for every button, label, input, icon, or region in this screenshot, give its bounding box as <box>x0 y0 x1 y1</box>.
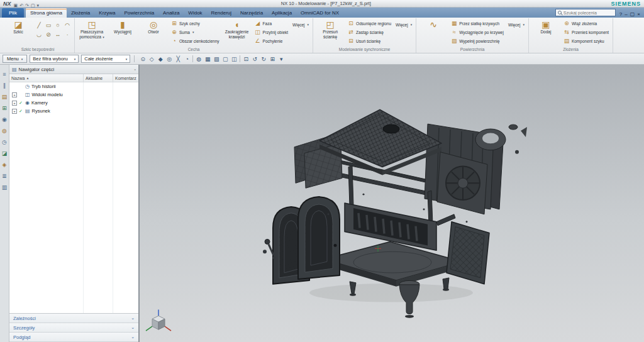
fillet-button[interactable]: ◡ <box>35 30 43 39</box>
close-icon[interactable]: × <box>636 11 641 17</box>
hole-button[interactable]: ◎Otwór <box>139 19 168 35</box>
more-display-options-icon[interactable]: ▾ <box>277 55 286 63</box>
tab-omnicad-for-nx[interactable]: OmniCAD for NX <box>296 8 343 18</box>
pattern-component-icon: ▤ <box>564 38 570 44</box>
through-curve-mesh-button[interactable]: ▦Przez siatkę krzywych <box>450 19 505 28</box>
shaded-display-icon[interactable]: ▧ <box>212 55 221 63</box>
endpoint-snap-icon[interactable]: ◇ <box>147 55 156 63</box>
rectangle-button[interactable]: ▭ <box>44 21 53 30</box>
system-materials-icon[interactable]: ▥ <box>2 184 8 190</box>
move-face-icon: ◰ <box>326 20 334 30</box>
unite-button[interactable]: ⊕Suma▾ <box>170 28 221 36</box>
command-search[interactable] <box>555 9 616 16</box>
fill-surface-icon: ▨ <box>451 38 457 44</box>
tab-widok[interactable]: Widok <box>184 8 206 18</box>
grid-display-icon[interactable]: ▦ <box>203 55 212 63</box>
web-browser-icon[interactable]: ◍ <box>2 128 7 134</box>
sketch-button[interactable]: ◪Szkic <box>4 19 33 35</box>
redo-view-icon[interactable]: ↻ <box>259 55 268 63</box>
reuse-library-icon[interactable]: ⊞ <box>2 105 7 111</box>
wireframe-display-icon[interactable]: ▢ <box>221 55 230 63</box>
manufacturing-wizard-icon[interactable]: ◈ <box>3 162 7 168</box>
selection-filter-dropdown[interactable]: Bez filtra wyboru ▾ <box>30 55 79 63</box>
expander-icon[interactable]: + <box>12 109 17 114</box>
assembly-constraints-button[interactable]: ⊛Wiąż złożenia <box>562 19 610 28</box>
menu-button[interactable]: Menu ▾ <box>3 55 27 63</box>
sweep-along-curve-button[interactable]: ≈Wyciągnięcie po krzywej <box>450 28 505 36</box>
process-studio-icon[interactable]: ◪ <box>2 150 8 157</box>
tab-narzedzia[interactable]: Narzędzia <box>236 8 267 18</box>
selection-scope-dropdown[interactable]: Całe złożenie ▾ <box>81 55 130 63</box>
column-header-komentarz[interactable]: Komentarz <box>113 74 138 82</box>
move-face-button[interactable]: ◰Przesuń ściankę <box>316 19 345 39</box>
section-preview[interactable]: Podgląd⌄ <box>9 333 138 342</box>
restore-icon[interactable]: ▢ <box>629 11 636 17</box>
midpoint-snap-icon[interactable]: ◆ <box>156 55 165 63</box>
intersection-snap-icon[interactable]: ╳ <box>174 55 182 63</box>
studio-surface-button[interactable]: ∿ <box>419 19 448 30</box>
tab-analiza[interactable]: Analiza <box>158 8 184 18</box>
command-search-input[interactable] <box>564 11 613 15</box>
fill-surface-button[interactable]: ▨Wypełnij powierzchnię <box>450 36 505 45</box>
chevron-down-icon: ▾ <box>192 30 194 34</box>
tree-item-history-mode[interactable]: ◷Tryb historii <box>9 82 138 91</box>
center-snap-icon[interactable]: ◎ <box>165 55 174 63</box>
pattern-component-button[interactable]: ▤Komponent szyku <box>562 36 610 45</box>
window-select-icon[interactable]: ⊡ <box>242 55 250 63</box>
show-hide-icon[interactable]: ◍ <box>194 55 203 63</box>
tab-plik[interactable]: Plik <box>2 8 24 18</box>
shell-button[interactable]: ◔Obszar cienkościenny <box>170 36 221 45</box>
surface-more-button[interactable]: Więcej▾ <box>507 20 526 29</box>
roles-icon[interactable]: ≣ <box>2 173 7 179</box>
tree-item-cameras[interactable]: +✓◉Kamery <box>9 99 138 107</box>
tab-renderuj[interactable]: Renderuj <box>207 8 236 18</box>
expander-icon[interactable]: + <box>12 101 17 106</box>
tab-krzywa[interactable]: Krzywa <box>94 8 119 18</box>
add-component-button[interactable]: ▣Dodaj <box>531 19 560 35</box>
tree-item-model-views[interactable]: +◫Widoki modelu <box>9 91 138 99</box>
profile-line-button[interactable]: ╱ <box>35 21 43 30</box>
edge-blend-button[interactable]: ◖Zaokrąglenie krawędzi <box>223 19 252 39</box>
arc-button[interactable]: ◠ <box>63 21 72 30</box>
move-component-button[interactable]: ⇆Przenieś komponent <box>562 28 610 36</box>
delete-face-button[interactable]: ⊟Usuń ściankę <box>347 36 392 45</box>
section-details[interactable]: Szczegóły⌄ <box>9 323 138 333</box>
panel-pin-icon[interactable]: ▫ <box>135 67 136 72</box>
tab-aplikacja[interactable]: Aplikacja <box>267 8 296 18</box>
replace-face-button[interactable]: ⇄Zastąp ściankę <box>347 28 392 36</box>
feature-more-button[interactable]: Więcej▾ <box>291 20 310 29</box>
pattern-feature-button[interactable]: ⊞Szyk cechy <box>170 19 221 28</box>
quick-trim-button[interactable]: ⊘ <box>44 30 53 39</box>
expander-icon[interactable]: + <box>12 92 17 97</box>
offset-region-button[interactable]: ⊡Odsunięcie regionu <box>347 19 392 28</box>
tab-powierzchnia[interactable]: Powierzchnia <box>120 8 159 18</box>
assembly-navigator-icon[interactable]: ≡ <box>3 71 6 77</box>
circle-button[interactable]: ○ <box>53 21 62 30</box>
point-button[interactable]: ∙ <box>63 30 72 39</box>
constraint-navigator-icon[interactable]: ∥ <box>3 82 6 89</box>
rapid-dimension-button[interactable]: ↔ <box>53 30 62 39</box>
column-header-nazwa[interactable]: Nazwa▲ <box>9 74 84 82</box>
tab-strona-glowna[interactable]: Strona główna <box>26 8 67 18</box>
history-icon[interactable]: ◷ <box>2 139 7 145</box>
trim-body-button[interactable]: ◫Przytnij obiekt <box>253 28 289 36</box>
hd3d-tools-icon[interactable]: ◉ <box>2 116 7 123</box>
section-dependencies[interactable]: Zależności⌄ <box>9 314 138 323</box>
quadrant-snap-icon[interactable]: ◔ <box>182 55 191 63</box>
extrude-button[interactable]: ▮Wyciągnij <box>108 19 137 35</box>
minimize-icon[interactable]: – <box>623 11 628 17</box>
synchronous-more-button[interactable]: Więcej▾ <box>394 20 413 29</box>
part-navigator-icon[interactable]: ▤ <box>2 94 8 100</box>
tree-item-drawing[interactable]: +✓▤Rysunek <box>9 107 138 115</box>
chamfer-button[interactable]: ◢Faza <box>253 19 289 28</box>
graphics-viewport[interactable] <box>140 65 644 342</box>
section-view-icon[interactable]: ◫ <box>230 55 238 63</box>
fit-view-icon[interactable]: ⊞ <box>268 55 277 63</box>
datum-plane-button[interactable]: ◳Płaszczyzna pomocnicza ▾ <box>77 19 106 40</box>
snap-point-icon[interactable]: ⊙ <box>138 55 147 63</box>
unite-icon: ⊕ <box>171 29 177 35</box>
column-header-aktualne[interactable]: Aktualne <box>84 74 113 82</box>
tab-zlozenia[interactable]: Złożenia <box>67 8 94 18</box>
undo-view-icon[interactable]: ↺ <box>250 55 259 63</box>
draft-button[interactable]: ∠Pochylenie <box>253 36 289 45</box>
